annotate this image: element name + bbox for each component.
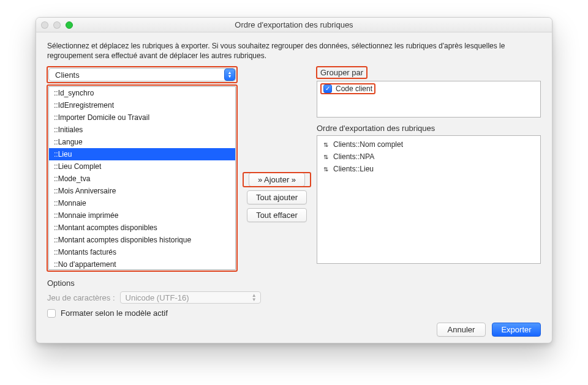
charset-value: Unicode (UTF-16) [126, 293, 189, 302]
target-column: Grouper par ✓ Code client Ordre d'export… [317, 67, 541, 264]
source-field-item[interactable]: ::Importer Domicile ou Travail [49, 111, 235, 124]
source-field-item[interactable]: ::Id_synchro [49, 87, 235, 99]
group-by-box[interactable]: ✓ Code client [317, 81, 541, 118]
charset-label: Jeu de caractères : [47, 293, 115, 302]
options-header: Options [47, 278, 541, 288]
source-field-item[interactable]: ::Monnaie [49, 197, 235, 209]
transfer-buttons-column: » Ajouter » Tout ajouter Tout effacer [237, 67, 317, 224]
dialog-body: Sélectionnez et déplacez les rubriques à… [36, 32, 552, 343]
table-select[interactable]: Clients ▲▼ [48, 68, 236, 81]
source-field-list[interactable]: ::Id_synchro::IdEnregistrement::Importer… [48, 86, 236, 270]
source-field-item[interactable]: ::Lieu [49, 148, 235, 160]
instructions-text: Sélectionnez et déplacez les rubriques à… [47, 41, 541, 61]
minimize-window-icon[interactable] [53, 21, 61, 29]
source-field-item[interactable]: ::Montant acomptes disponibles [49, 222, 235, 234]
drag-handle-icon[interactable]: ⇅ [323, 141, 328, 148]
charset-select[interactable]: Unicode (UTF-16) ▲▼ [120, 291, 261, 304]
dialog-footer: Annuler Exporter [47, 323, 541, 337]
group-by-item-label: Code client [336, 84, 372, 93]
add-all-button[interactable]: Tout ajouter [247, 190, 307, 204]
add-all-wrap: Tout ajouter [243, 190, 311, 204]
source-column: Clients ▲▼ ::Id_synchro::IdEnregistremen… [47, 67, 237, 271]
source-field-item[interactable]: ::Lieu Complet [49, 160, 235, 173]
source-field-item[interactable]: ::IdEnregistrement [49, 99, 235, 111]
drag-handle-icon[interactable]: ⇅ [323, 154, 328, 160]
export-order-item[interactable]: ⇅Clients::NPA [318, 151, 539, 163]
close-window-icon[interactable] [41, 21, 48, 29]
format-option-label: Formater selon le modèle actif [61, 308, 168, 318]
dialog-window: Ordre d'exportation des rubriques Sélect… [36, 17, 552, 343]
group-by-header: Grouper par [317, 67, 367, 78]
export-order-item-label: Clients::Nom complet [333, 140, 403, 149]
updown-chevron-icon: ▲▼ [224, 69, 235, 81]
updown-chevron-icon: ▲▼ [252, 293, 257, 302]
export-order-item-label: Clients::Lieu [333, 165, 374, 173]
table-select-highlight: Clients ▲▼ [47, 67, 237, 83]
source-field-item[interactable]: ::Montant acomptes disponibles historiqu… [49, 234, 235, 246]
export-order-item[interactable]: ⇅Clients::Nom complet [318, 138, 539, 151]
checkbox-checked-icon[interactable]: ✓ [323, 84, 332, 93]
group-by-section: Grouper par ✓ Code client [317, 67, 541, 118]
charset-row: Jeu de caractères : Unicode (UTF-16) ▲▼ [47, 291, 541, 304]
field-list-highlight: ::Id_synchro::IdEnregistrement::Importer… [47, 85, 237, 271]
source-field-item[interactable]: ::Mois Anniversaire [49, 185, 235, 197]
table-select-value: Clients [55, 70, 80, 80]
options-section: Options Jeu de caractères : Unicode (UTF… [47, 278, 541, 318]
export-button[interactable]: Exporter [492, 323, 541, 337]
zoom-window-icon[interactable] [66, 21, 73, 29]
group-by-item[interactable]: ✓ Code client [321, 84, 375, 94]
window-title: Ordre d'exportation des rubriques [36, 20, 552, 29]
export-order-list[interactable]: ⇅Clients::Nom complet⇅Clients::NPA⇅Clien… [317, 135, 541, 264]
export-order-header: Ordre d'exportation des rubriques [317, 124, 541, 133]
drag-handle-icon[interactable]: ⇅ [323, 166, 328, 173]
source-field-item[interactable]: ::Montants facturés [49, 246, 235, 258]
source-field-item[interactable]: ::Langue [49, 136, 235, 148]
clear-all-wrap: Tout effacer [243, 208, 311, 222]
source-field-item[interactable]: ::Initiales [49, 124, 235, 136]
source-field-item[interactable]: ::Mode_tva [49, 173, 235, 185]
source-field-item[interactable]: ::No d'appartement [49, 258, 235, 270]
format-option-row[interactable]: Formater selon le modèle actif [47, 308, 541, 318]
clear-all-button[interactable]: Tout effacer [247, 208, 307, 222]
cancel-button[interactable]: Annuler [437, 323, 486, 337]
source-field-item[interactable]: ::Monnaie imprimée [49, 209, 235, 222]
export-order-item[interactable]: ⇅Clients::Lieu [318, 163, 539, 175]
export-order-item-label: Clients::NPA [333, 152, 374, 161]
traffic-lights [41, 21, 73, 29]
main-row: Clients ▲▼ ::Id_synchro::IdEnregistremen… [47, 67, 541, 271]
add-button[interactable]: » Ajouter » [249, 173, 305, 187]
titlebar: Ordre d'exportation des rubriques [36, 18, 552, 32]
add-button-highlight: » Ajouter » [243, 173, 311, 187]
checkbox-unchecked-icon[interactable] [47, 309, 56, 318]
